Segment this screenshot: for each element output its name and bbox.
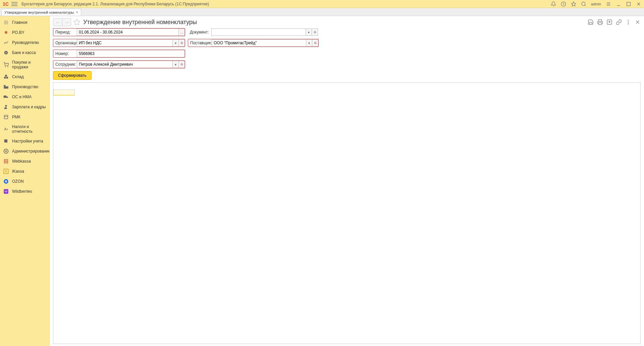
main-content: ← → Утверждение внутренней номенклатуры … [50, 16, 644, 346]
sidebar-item-wildberries[interactable]: W Wildberries [0, 186, 49, 196]
home-icon [3, 20, 9, 25]
sidebar-item-admin[interactable]: Администрирование [0, 146, 49, 156]
truck-icon [3, 94, 9, 100]
svg-point-27 [5, 151, 7, 152]
supplier-dropdown-button[interactable]: ▾ [306, 39, 312, 47]
svg-text:K: K [5, 170, 7, 173]
svg-point-22 [4, 98, 5, 99]
supplier-input[interactable] [212, 39, 306, 47]
factory-icon [3, 84, 9, 90]
report-area[interactable] [53, 82, 641, 344]
history-icon[interactable] [561, 1, 566, 7]
sidebar-item-main[interactable]: Главное [0, 17, 49, 27]
document-input[interactable] [211, 28, 306, 36]
svg-rect-21 [4, 96, 7, 98]
tab-active[interactable]: Утверждение внутренней номенклатуры × [1, 9, 81, 16]
sidebar-item-poby[interactable]: ✱ PO.BY [0, 27, 49, 38]
document-dropdown-button[interactable]: ▾ [306, 28, 312, 36]
employee-label: Сотрудник: [53, 61, 77, 68]
svg-point-2 [582, 2, 585, 6]
period-input[interactable] [77, 28, 179, 36]
document-open-button[interactable]: ⧉ [312, 28, 318, 36]
supplier-open-button[interactable]: ⧉ [312, 39, 318, 47]
export-icon[interactable] [606, 19, 612, 25]
sidebar-item-bank[interactable]: ₽ Банк и касса [0, 48, 49, 58]
minimize-icon[interactable] [616, 1, 621, 7]
organization-input[interactable] [77, 39, 173, 47]
sidebar-item-label: iKassa [12, 169, 24, 174]
employee-field-group: Сотрудник: ▾ ⧉ [53, 60, 185, 68]
gear-icon [3, 149, 9, 154]
sidebar-item-ikassa[interactable]: K iKassa [0, 166, 49, 176]
sidebar-item-warehouse[interactable]: Склад [0, 72, 49, 82]
settings-icon[interactable] [606, 1, 611, 7]
app-header: 1C Бухгалтерия для Беларуси, редакция 2.… [0, 0, 644, 8]
employee-input[interactable] [77, 61, 173, 68]
close-window-icon[interactable] [636, 1, 641, 7]
bell-icon[interactable] [551, 1, 556, 7]
sidebar-item-label: РМК [12, 115, 20, 119]
sidebar-item-label: ОС и НМА [12, 95, 32, 99]
app-title: Бухгалтерия для Беларуси, редакция 2.1. … [21, 2, 551, 6]
coin-icon: ₽ [3, 50, 9, 55]
maximize-icon[interactable] [626, 1, 631, 7]
search-icon[interactable] [581, 1, 586, 7]
page-title: Утверждение внутренней номенклатуры [83, 19, 197, 26]
tab-bar: Утверждение внутренней номенклатуры × [0, 8, 644, 16]
sidebar-item-label: Склад [12, 74, 24, 79]
more-icon[interactable] [625, 19, 631, 25]
link-icon[interactable] [616, 19, 622, 25]
nav-forward-button[interactable]: → [62, 18, 71, 26]
sidebar-item-label: Покупки и продажи [12, 60, 46, 69]
sidebar-item-taxes[interactable]: Ax Налоги и отчетность [0, 122, 49, 136]
sidebar-item-settings[interactable]: Настройки учета [0, 136, 49, 146]
number-label: Номер: [53, 50, 77, 57]
generate-button[interactable]: Сформировать [53, 71, 92, 80]
close-page-icon[interactable] [635, 19, 641, 25]
svg-point-16 [5, 66, 5, 67]
sidebar-item-salary[interactable]: Зарплата и кадры [0, 102, 49, 112]
sidebar-item-rmk[interactable]: РМК [0, 112, 49, 122]
sidebar: Главное ✱ PO.BY Руководителю ₽ Банк и ка… [0, 16, 50, 346]
organization-open-button[interactable]: ⧉ [179, 39, 185, 47]
document-label: Документ: [188, 28, 211, 36]
sidebar-item-sales[interactable]: Покупки и продажи [0, 58, 49, 72]
sidebar-item-production[interactable]: Производство [0, 82, 49, 92]
report-active-cell[interactable] [53, 90, 75, 96]
sidebar-item-manager[interactable]: Руководителю [0, 38, 49, 48]
star-icon[interactable] [571, 1, 576, 7]
wildberries-icon: W [3, 189, 9, 194]
sidebar-item-label: Wildberries [12, 189, 32, 194]
employee-dropdown-button[interactable]: ▾ [173, 61, 179, 68]
number-input[interactable] [77, 50, 185, 57]
svg-rect-19 [6, 77, 8, 78]
save-icon[interactable] [588, 19, 594, 25]
supplier-label: Поставщик: [188, 39, 212, 47]
organization-dropdown-button[interactable]: ▾ [173, 39, 179, 47]
nav-back-button[interactable]: ← [53, 18, 62, 26]
svg-marker-39 [74, 19, 80, 25]
period-field-group: Период: ... [53, 28, 185, 36]
sidebar-item-webkassa[interactable]: Webkassa [0, 156, 49, 166]
favorite-star-icon[interactable] [73, 18, 80, 26]
sidebar-item-label: Администрирование [12, 149, 50, 154]
sidebar-item-ozon[interactable]: OZON [0, 176, 49, 186]
person-icon [3, 104, 9, 110]
svg-text:W: W [5, 190, 8, 193]
svg-rect-8 [627, 2, 631, 6]
supplier-field-group: Поставщик: ▾ ⧉ [188, 39, 319, 47]
svg-point-44 [628, 23, 629, 24]
print-icon[interactable] [597, 19, 603, 25]
tab-close-icon[interactable]: × [76, 10, 78, 15]
sidebar-item-assets[interactable]: ОС и НМА [0, 92, 49, 102]
period-picker-button[interactable]: ... [179, 28, 185, 36]
ikassa-icon: K [3, 169, 9, 174]
svg-point-42 [628, 20, 629, 21]
cart-icon [3, 62, 9, 67]
period-label: Период: [53, 28, 77, 36]
sidebar-item-label: Главное [12, 20, 28, 25]
main-menu-icon[interactable] [11, 1, 17, 7]
employee-open-button[interactable]: ⧉ [179, 61, 185, 68]
webkassa-icon [3, 159, 9, 164]
user-label[interactable]: admin [591, 2, 601, 6]
